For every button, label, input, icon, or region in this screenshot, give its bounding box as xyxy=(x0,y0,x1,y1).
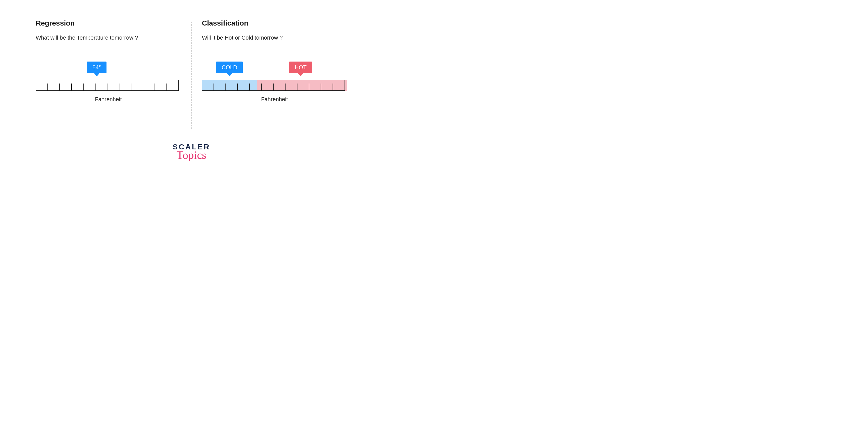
regression-axis-label: Fahrenheit xyxy=(95,96,122,103)
cold-label: COLD xyxy=(222,64,237,70)
regression-scale: 84° Fahrenheit xyxy=(36,62,181,105)
regression-ruler xyxy=(36,80,179,91)
regression-panel: Regression What will be the Temperature … xyxy=(26,19,191,129)
regression-title: Regression xyxy=(36,19,181,27)
classification-question: Will it be Hot or Cold tomorrow ? xyxy=(202,34,347,41)
classification-scale: COLD HOT Fahrenheit xyxy=(202,62,347,105)
classification-axis-label: Fahrenheit xyxy=(261,96,288,103)
scaler-topics-logo: SCALER Topics xyxy=(173,143,210,161)
logo-bottom-text: Topics xyxy=(173,150,210,161)
regression-value-callout: 84° xyxy=(87,62,106,73)
diagram-container: Regression What will be the Temperature … xyxy=(0,0,383,129)
hot-label: HOT xyxy=(295,64,307,70)
cold-callout: COLD xyxy=(216,62,243,73)
regression-value-label: 84° xyxy=(92,64,101,70)
regression-question: What will be the Temperature tomorrow ? xyxy=(36,34,181,41)
hot-callout: HOT xyxy=(289,62,312,73)
classification-ruler xyxy=(202,80,345,91)
classification-panel: Classification Will it be Hot or Cold to… xyxy=(192,19,357,129)
classification-title: Classification xyxy=(202,19,347,27)
